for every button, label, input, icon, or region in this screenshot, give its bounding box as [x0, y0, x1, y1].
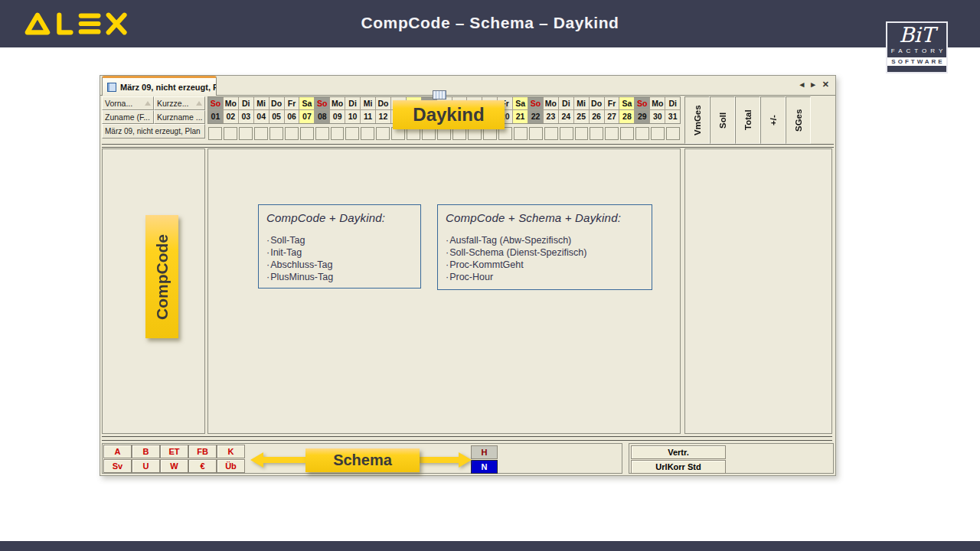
tick-cell-06[interactable] — [285, 127, 299, 140]
day-name-cell-07[interactable]: Sa — [299, 97, 315, 110]
header-kurzname[interactable]: Kurzname ... — [154, 110, 205, 124]
date-cell-31[interactable]: 31 — [665, 110, 680, 123]
right-column-0[interactable]: VmGes — [684, 96, 710, 144]
tick-cell-10[interactable] — [345, 127, 359, 140]
schema-button-a[interactable]: A — [103, 445, 132, 458]
schema-button-u[interactable]: U — [132, 459, 160, 473]
tick-cell-09[interactable] — [331, 127, 345, 140]
day-name-cell-12[interactable]: Do — [376, 97, 391, 110]
urlkorr-cell[interactable]: UrlKorr Std — [631, 460, 726, 474]
date-cell-09[interactable]: 09 — [330, 110, 345, 123]
day-name-cell-03[interactable]: Di — [239, 97, 254, 110]
date-cell-23[interactable]: 23 — [544, 110, 559, 123]
right-column-4[interactable]: SGes — [786, 96, 811, 144]
tick-cell-31[interactable] — [666, 127, 680, 140]
date-cell-28[interactable]: 28 — [619, 110, 635, 123]
date-cell-01[interactable]: 01 — [208, 110, 224, 123]
day-name-cell-08[interactable]: So — [315, 97, 330, 110]
date-cell-05[interactable]: 05 — [270, 110, 285, 123]
daykind-h-cell[interactable]: H — [471, 445, 498, 459]
scroll-left-icon[interactable]: ◂ — [800, 80, 805, 90]
right-column-3[interactable]: +/- — [760, 96, 786, 144]
date-cell-06[interactable]: 06 — [285, 110, 300, 123]
daykind-n-cell[interactable]: N — [471, 460, 498, 474]
day-name-cell-02[interactable]: Mo — [224, 97, 239, 110]
tick-cell-04[interactable] — [254, 127, 268, 140]
tick-cell-24[interactable] — [560, 127, 573, 140]
right-column-2[interactable]: Total — [735, 96, 760, 144]
date-cell-11[interactable]: 11 — [361, 110, 376, 123]
scroll-right-icon[interactable]: ▸ — [811, 80, 815, 90]
tick-cell-12[interactable] — [376, 127, 390, 140]
tick-cell-29[interactable] — [635, 127, 649, 140]
day-name-cell-09[interactable]: Mo — [330, 97, 345, 110]
day-name-cell-11[interactable]: Mi — [361, 97, 376, 110]
day-name-cell-26[interactable]: Do — [590, 97, 605, 110]
day-name-cell-30[interactable]: Mo — [650, 97, 665, 110]
tick-cell-23[interactable] — [544, 127, 558, 140]
schedule-grid-area[interactable] — [207, 148, 681, 434]
day-name-cell-25[interactable]: Mi — [574, 97, 590, 110]
day-name-cell-28[interactable]: Sa — [619, 97, 635, 110]
body-right-panel[interactable] — [684, 148, 832, 434]
date-cell-03[interactable]: 03 — [239, 110, 254, 123]
day-name-cell-06[interactable]: Fr — [285, 97, 300, 110]
tick-cell-30[interactable] — [651, 127, 665, 140]
date-cell-30[interactable]: 30 — [650, 110, 665, 123]
schema-button-k[interactable]: K — [217, 445, 245, 458]
date-cell-27[interactable]: 27 — [605, 110, 620, 123]
date-cell-12[interactable]: 12 — [376, 110, 391, 123]
header-zuname[interactable]: Zuname (F... — [102, 110, 154, 124]
tick-cell-03[interactable] — [239, 127, 253, 140]
right-column-1[interactable]: Soll — [710, 96, 735, 144]
plan-tab[interactable]: März 09, nicht erzeugt, Plan A — [102, 76, 217, 96]
calendar-icon — [107, 83, 116, 92]
schema-button-sv[interactable]: Sv — [103, 459, 132, 473]
box-item: Abschluss-Tag — [266, 259, 413, 271]
day-name-cell-22[interactable]: So — [528, 97, 544, 110]
day-name-cell-23[interactable]: Mo — [544, 97, 559, 110]
day-name-cell-05[interactable]: Do — [270, 97, 285, 110]
day-name-cell-21[interactable]: Sa — [513, 97, 528, 110]
day-name-cell-31[interactable]: Di — [665, 97, 680, 110]
schema-button-fb[interactable]: FB — [188, 445, 217, 458]
vertr-cell[interactable]: Vertr. — [631, 445, 726, 459]
day-name-cell-29[interactable]: So — [635, 97, 650, 110]
tick-cell-21[interactable] — [514, 127, 528, 140]
date-cell-29[interactable]: 29 — [635, 110, 650, 123]
tick-cell-27[interactable] — [605, 127, 619, 140]
tick-cell-25[interactable] — [575, 127, 589, 140]
tick-cell-07[interactable] — [300, 127, 314, 140]
tick-cell-28[interactable] — [620, 127, 634, 140]
date-cell-25[interactable]: 25 — [574, 110, 590, 123]
date-cell-07[interactable]: 07 — [299, 110, 315, 123]
tick-cell-01[interactable] — [208, 127, 222, 140]
day-name-cell-01[interactable]: So — [208, 97, 224, 110]
close-icon[interactable]: ✕ — [822, 80, 829, 90]
day-name-cell-10[interactable]: Di — [345, 97, 361, 110]
tick-cell-05[interactable] — [270, 127, 283, 140]
date-cell-08[interactable]: 08 — [315, 110, 330, 123]
date-cell-26[interactable]: 26 — [590, 110, 605, 123]
tick-cell-08[interactable] — [315, 127, 329, 140]
schema-button-w[interactable]: W — [160, 459, 188, 473]
day-name-cell-04[interactable]: Mi — [254, 97, 270, 110]
date-cell-10[interactable]: 10 — [345, 110, 361, 123]
date-cell-22[interactable]: 22 — [528, 110, 544, 123]
header-vorname[interactable]: Vorna... — [102, 96, 154, 110]
day-name-cell-27[interactable]: Fr — [605, 97, 620, 110]
schema-button-b[interactable]: B — [132, 445, 160, 458]
date-cell-21[interactable]: 21 — [513, 110, 528, 123]
tick-cell-22[interactable] — [529, 127, 543, 140]
date-cell-02[interactable]: 02 — [224, 110, 239, 123]
tick-cell-26[interactable] — [590, 127, 603, 140]
date-cell-24[interactable]: 24 — [559, 110, 574, 123]
day-name-cell-24[interactable]: Di — [559, 97, 574, 110]
tick-cell-11[interactable] — [361, 127, 374, 140]
header-kurzzeichen[interactable]: Kurzze... — [154, 96, 205, 110]
schema-button-et[interactable]: ET — [160, 445, 188, 458]
date-cell-04[interactable]: 04 — [254, 110, 270, 123]
schema-button-€[interactable]: € — [188, 459, 217, 473]
tick-cell-02[interactable] — [224, 127, 237, 140]
schema-button-üb[interactable]: Üb — [217, 459, 245, 473]
